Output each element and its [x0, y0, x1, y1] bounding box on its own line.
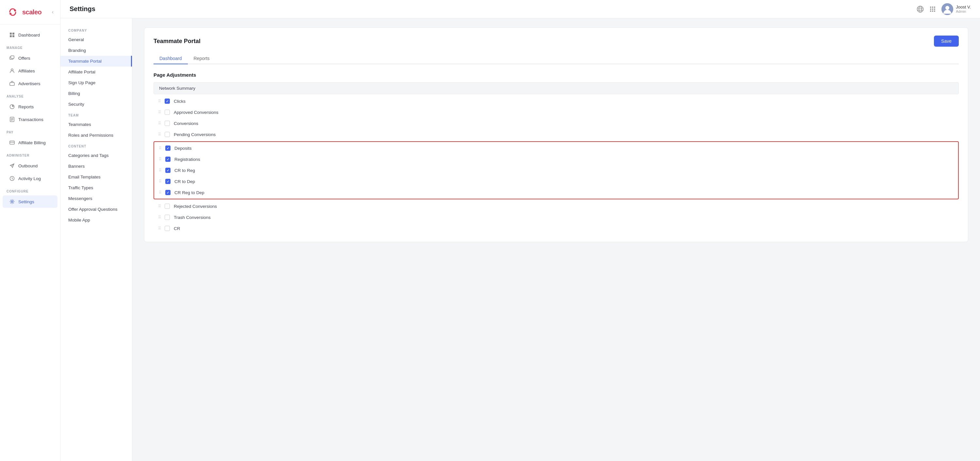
tab-reports[interactable]: Reports — [188, 53, 216, 64]
svg-point-27 — [930, 8, 931, 10]
settings-item-offer-approval[interactable]: Offer Approval Questions — [60, 204, 132, 215]
checkbox-cr-reg-to-dep[interactable] — [165, 190, 170, 195]
settings-item-general[interactable]: General — [60, 34, 132, 45]
settings-item-messengers[interactable]: Messengers — [60, 193, 132, 204]
settings-item-roles-permissions[interactable]: Roles and Permissions — [60, 130, 132, 141]
checkbox-registrations[interactable] — [165, 157, 170, 162]
sidebar-item-dashboard[interactable]: Dashboard — [3, 29, 57, 41]
drag-handle-icon[interactable]: ⠿ — [158, 121, 161, 126]
sidebar-item-label: Advertisers — [18, 81, 40, 86]
settings-item-billing[interactable]: Billing — [60, 88, 132, 99]
settings-item-categories-tags[interactable]: Categories and Tags — [60, 150, 132, 161]
list-item: ⠿ Trash Conversions — [154, 212, 959, 223]
apps-icon[interactable] — [929, 6, 936, 13]
sidebar-item-label: Reports — [18, 105, 33, 109]
logo-area: scaleo ‹ — [0, 0, 60, 24]
settings-item-sign-up-page[interactable]: Sign Up Page — [60, 77, 132, 88]
drag-handle-icon[interactable]: ⠿ — [159, 146, 161, 150]
svg-point-26 — [934, 6, 935, 8]
checkbox-pending-conversions[interactable] — [165, 132, 170, 137]
svg-rect-10 — [10, 82, 14, 86]
tab-dashboard[interactable]: Dashboard — [154, 53, 188, 64]
svg-rect-6 — [13, 35, 14, 37]
sidebar-item-transactions[interactable]: Transactions — [3, 113, 57, 126]
sidebar-collapse-icon[interactable]: ‹ — [52, 9, 54, 15]
settings-item-teammates[interactable]: Teammates — [60, 119, 132, 130]
checkbox-approved-conversions[interactable] — [165, 109, 170, 115]
analyse-section-label: ANALYSE — [0, 90, 60, 100]
user-avatar-area[interactable]: Joost V. Admin — [942, 3, 971, 15]
checkbox-cr-to-dep[interactable] — [165, 179, 170, 184]
drag-handle-icon[interactable]: ⠿ — [158, 226, 161, 231]
svg-point-34 — [945, 6, 949, 10]
checkbox-deposits[interactable] — [165, 146, 170, 151]
settings-item-affiliate-portal[interactable]: Affiliate Portal — [60, 67, 132, 77]
settings-sidebar: COMPANY General Branding Teammate Portal… — [60, 18, 132, 461]
settings-sidebar-area: COMPANY General Branding Teammate Portal… — [60, 18, 132, 461]
checkbox-cr-to-reg[interactable] — [165, 168, 170, 173]
sidebar-item-affiliate-billing[interactable]: Affiliate Billing — [3, 136, 57, 149]
gear-icon — [9, 199, 15, 204]
list-item: ⠿ CR Reg to Dep — [154, 187, 958, 198]
logo-text: scaleo — [22, 8, 41, 16]
sidebar-item-settings[interactable]: Settings — [3, 195, 57, 208]
save-button[interactable]: Save — [934, 36, 959, 47]
settings-item-branding[interactable]: Branding — [60, 45, 132, 56]
drag-handle-icon[interactable]: ⠿ — [159, 157, 161, 162]
settings-item-mobile-app[interactable]: Mobile App — [60, 215, 132, 225]
item-label: CR to Dep — [175, 179, 195, 184]
drag-handle-icon[interactable]: ⠿ — [158, 215, 161, 220]
list-item: ⠿ Approved Conversions — [154, 107, 959, 118]
globe-icon[interactable] — [916, 6, 924, 13]
content-section-label: CONTENT — [60, 141, 132, 150]
drag-handle-icon[interactable]: ⠿ — [158, 110, 161, 114]
settings-item-email-templates[interactable]: Email Templates — [60, 172, 132, 182]
drag-handle-icon[interactable]: ⠿ — [158, 132, 161, 137]
clock-icon — [9, 176, 15, 181]
top-bar: Settings Joost V. Admin — [60, 0, 980, 18]
content-layout: COMPANY General Branding Teammate Portal… — [60, 18, 980, 461]
svg-point-0 — [6, 6, 19, 18]
list-item: ⠿ CR — [154, 223, 959, 234]
svg-point-19 — [11, 201, 13, 203]
drag-handle-icon[interactable]: ⠿ — [159, 190, 161, 195]
sidebar-item-outbound[interactable]: Outbound — [3, 160, 57, 172]
item-label: Registrations — [175, 157, 200, 162]
svg-point-21 — [919, 6, 921, 12]
drag-handle-icon[interactable]: ⠿ — [159, 168, 161, 173]
list-item: ⠿ Registrations — [154, 154, 958, 165]
checkbox-cr[interactable] — [165, 226, 170, 231]
drag-handle-icon[interactable]: ⠿ — [158, 204, 161, 209]
section-title: Page Adjustments — [154, 72, 959, 78]
checkbox-clicks[interactable] — [165, 98, 170, 104]
user-info: Joost V. Admin — [956, 5, 971, 13]
drag-handle-icon[interactable]: ⠿ — [158, 99, 161, 103]
checkbox-conversions[interactable] — [165, 121, 170, 126]
settings-item-teammate-portal[interactable]: Teammate Portal — [60, 56, 132, 67]
list-item: ⠿ CR to Dep — [154, 176, 958, 187]
settings-item-security[interactable]: Security — [60, 99, 132, 109]
sidebar-item-advertisers[interactable]: Advertisers — [3, 77, 57, 90]
settings-item-banners[interactable]: Banners — [60, 161, 132, 172]
sidebar-item-label: Dashboard — [18, 33, 40, 38]
item-label: Conversions — [174, 121, 198, 126]
svg-point-30 — [930, 10, 931, 12]
sidebar-item-activity-log[interactable]: Activity Log — [3, 172, 57, 185]
item-label: CR to Reg — [175, 168, 195, 173]
sidebar-navigation: Dashboard MANAGE Offers Affiliates Adver… — [0, 24, 60, 461]
item-label: CR — [174, 226, 180, 231]
svg-point-31 — [932, 10, 933, 12]
configure-section-label: CONFIGURE — [0, 185, 60, 195]
list-item: ⠿ Pending Conversions — [154, 129, 959, 140]
checkbox-rejected-conversions[interactable] — [165, 204, 170, 209]
sidebar-item-affiliates[interactable]: Affiliates — [3, 65, 57, 77]
highlight-box: ⠿ Deposits ⠿ Registrations ⠿ CR t — [154, 141, 959, 200]
sidebar-item-reports[interactable]: Reports — [3, 100, 57, 113]
list-item: ⠿ Deposits — [154, 143, 958, 154]
settings-item-traffic-types[interactable]: Traffic Types — [60, 182, 132, 193]
card-icon — [9, 139, 15, 146]
item-label: CR Reg to Dep — [175, 190, 205, 195]
checkbox-trash-conversions[interactable] — [165, 215, 170, 220]
sidebar-item-offers[interactable]: Offers — [3, 52, 57, 64]
drag-handle-icon[interactable]: ⠿ — [159, 179, 161, 184]
